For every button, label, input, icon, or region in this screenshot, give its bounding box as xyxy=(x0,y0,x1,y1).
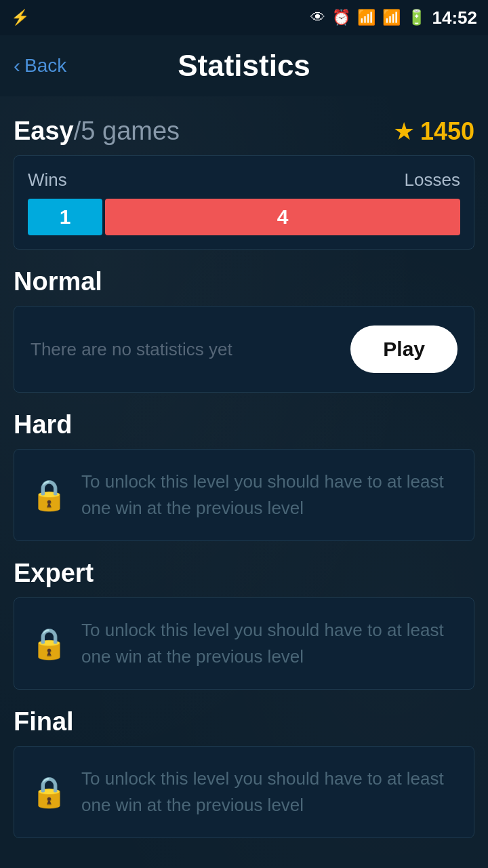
wins-losses-labels: Wins Losses xyxy=(28,170,460,191)
final-lock-icon: 🔒 xyxy=(30,774,68,810)
losses-label: Losses xyxy=(405,170,460,191)
easy-stats-box: Wins Losses 1 4 xyxy=(14,155,474,250)
hard-title: Hard xyxy=(14,410,474,439)
back-chevron-icon: ‹ xyxy=(14,54,20,77)
easy-section-header: Easy/5 games ★ 1450 xyxy=(14,117,474,146)
expert-locked-text: To unlock this level you should have to … xyxy=(81,617,458,670)
play-button[interactable]: Play xyxy=(350,326,458,373)
star-icon: ★ xyxy=(393,117,415,146)
back-button[interactable]: ‹ Back xyxy=(14,54,66,77)
easy-score: 1450 xyxy=(420,117,474,146)
losses-value: 4 xyxy=(277,205,289,229)
expert-locked-box: 🔒 To unlock this level you should have t… xyxy=(14,597,474,690)
usb-icon: ⚡ xyxy=(11,9,29,26)
hard-lock-icon: 🔒 xyxy=(30,477,68,513)
final-locked-box: 🔒 To unlock this level you should have t… xyxy=(14,746,474,838)
easy-games-label: /5 games xyxy=(74,117,180,145)
battery-icon: 🔋 xyxy=(407,9,426,26)
page-title: Statistics xyxy=(178,49,310,83)
hard-locked-text: To unlock this level you should have to … xyxy=(81,469,458,521)
wins-value: 1 xyxy=(60,205,71,229)
eye-icon: 👁 xyxy=(310,9,325,26)
normal-title: Normal xyxy=(14,267,474,296)
signal-icon: 📶 xyxy=(382,9,401,26)
wins-bar: 1 xyxy=(28,199,102,235)
back-label: Back xyxy=(24,55,66,77)
wifi-icon: 📶 xyxy=(357,9,375,26)
top-bar: ‹ Back Statistics xyxy=(0,35,488,96)
no-stats-text: There are no statistics yet xyxy=(30,339,232,360)
alarm-icon: ⏰ xyxy=(332,9,350,26)
losses-bar: 4 xyxy=(105,199,460,235)
normal-box: There are no statistics yet Play xyxy=(14,306,474,393)
wins-label: Wins xyxy=(28,170,67,191)
expert-lock-icon: 🔒 xyxy=(30,626,68,661)
expert-title: Expert xyxy=(14,559,474,588)
final-locked-text: To unlock this level you should have to … xyxy=(81,766,458,818)
easy-title: Easy/5 games xyxy=(14,117,180,146)
status-bar: ⚡ 👁 ⏰ 📶 📶 🔋 14:52 xyxy=(0,0,488,35)
bar-container: 1 4 xyxy=(28,199,460,235)
hard-locked-box: 🔒 To unlock this level you should have t… xyxy=(14,449,474,541)
status-time: 14:52 xyxy=(432,7,478,28)
final-title: Final xyxy=(14,707,474,736)
easy-score-container: ★ 1450 xyxy=(393,117,474,146)
main-content: Easy/5 games ★ 1450 Wins Losses 1 4 Norm… xyxy=(0,96,488,868)
